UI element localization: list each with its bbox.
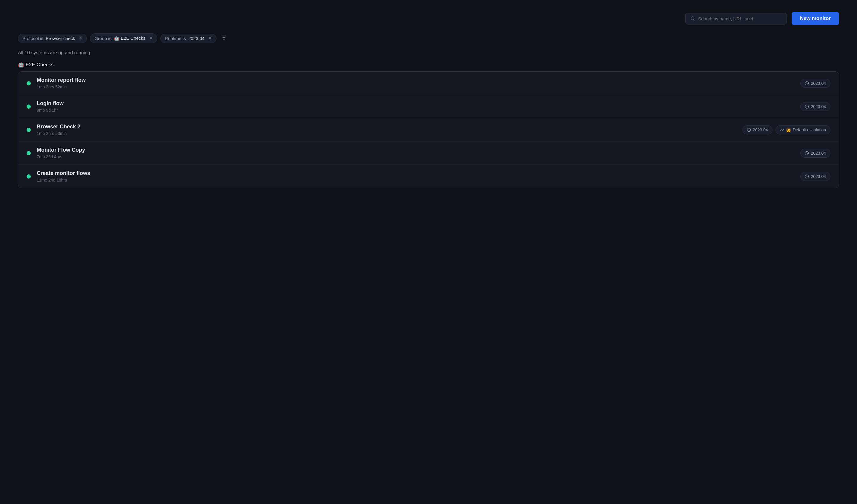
runtime-value: 2023.04	[811, 174, 826, 179]
escalation-icon	[780, 128, 784, 132]
status-message: All 10 systems are up and running	[18, 50, 839, 55]
monitor-name: Login flow	[37, 100, 64, 106]
filter-chip-label-group: Group is	[94, 36, 112, 41]
filter-chip-close-runtime[interactable]: ✕	[208, 36, 212, 40]
monitor-right: 2023.04	[800, 149, 830, 158]
monitor-info: Monitor Flow Copy 7mo 26d 4hrs	[37, 147, 85, 159]
monitor-name: Browser Check 2	[37, 123, 80, 130]
escalation-badge: 🧑 Default escalation	[775, 125, 830, 134]
runtime-icon	[805, 174, 809, 179]
runtime-icon	[805, 81, 809, 85]
monitor-row[interactable]: Monitor Flow Copy 7mo 26d 4hrs 2023.04	[18, 141, 839, 165]
top-bar: New monitor	[18, 12, 839, 25]
escalation-value: Default escalation	[793, 128, 826, 132]
runtime-icon	[747, 128, 751, 132]
filter-chip-runtime: Runtime is 2023.04 ✕	[161, 34, 217, 43]
filter-settings-icon[interactable]	[221, 34, 227, 43]
monitor-uptime: 7mo 26d 4hrs	[37, 154, 85, 159]
monitor-right: 2023.04 🧑 Default escalation	[742, 125, 830, 134]
runtime-value: 2023.04	[753, 128, 768, 132]
filter-chip-value-runtime: 2023.04	[188, 36, 204, 41]
monitor-uptime: 11mo 24d 18hrs	[37, 178, 90, 182]
filter-chip-close-group[interactable]: ✕	[149, 36, 153, 40]
status-dot	[27, 128, 31, 132]
monitor-info: Create monitor flows 11mo 24d 18hrs	[37, 170, 90, 182]
monitor-info: Browser Check 2 1mo 2hrs 53min	[37, 123, 80, 136]
monitor-name: Monitor Flow Copy	[37, 147, 85, 153]
monitor-info: Monitor report flow 1mo 2hrs 52min	[37, 77, 86, 89]
monitor-uptime: 1mo 2hrs 52min	[37, 84, 86, 89]
filter-chip-value-group: 🤖 E2E Checks	[114, 35, 146, 41]
filter-chip-label-runtime: Runtime is	[165, 36, 186, 41]
filter-bar: Protocol is Browser check ✕ Group is 🤖 E…	[18, 33, 839, 43]
search-icon	[690, 16, 695, 21]
monitor-left: Monitor report flow 1mo 2hrs 52min	[27, 77, 86, 89]
monitor-left: Monitor Flow Copy 7mo 26d 4hrs	[27, 147, 85, 159]
runtime-icon	[805, 151, 809, 155]
runtime-badge: 2023.04	[800, 102, 830, 111]
group-label: 🤖 E2E Checks	[18, 62, 839, 68]
monitor-right: 2023.04	[800, 172, 830, 181]
escalation-person-icon: 🧑	[786, 128, 791, 132]
status-dot	[27, 151, 31, 155]
runtime-badge: 2023.04	[800, 149, 830, 158]
runtime-icon	[805, 104, 809, 109]
monitor-row[interactable]: Login flow 9mo 9d 1hr 2023.04	[18, 95, 839, 118]
monitor-left: Create monitor flows 11mo 24d 18hrs	[27, 170, 90, 182]
new-monitor-button[interactable]: New monitor	[792, 12, 839, 25]
status-dot	[27, 81, 31, 85]
monitors-list: Monitor report flow 1mo 2hrs 52min 2023.…	[18, 71, 839, 188]
svg-line-1	[694, 19, 694, 20]
runtime-value: 2023.04	[811, 104, 826, 109]
runtime-value: 2023.04	[811, 81, 826, 86]
filter-chip-close-protocol[interactable]: ✕	[79, 36, 82, 40]
runtime-badge: 2023.04	[800, 172, 830, 181]
monitor-uptime: 1mo 2hrs 53min	[37, 131, 80, 136]
filter-chip-value-protocol: Browser check	[46, 36, 75, 41]
status-dot	[27, 104, 31, 109]
monitor-info: Login flow 9mo 9d 1hr	[37, 100, 64, 113]
monitor-left: Login flow 9mo 9d 1hr	[27, 100, 64, 113]
monitor-name: Create monitor flows	[37, 170, 90, 177]
filter-chip-label-protocol: Protocol is	[22, 36, 43, 41]
monitor-row[interactable]: Browser Check 2 1mo 2hrs 53min 2023.04 🧑	[18, 118, 839, 141]
monitor-left: Browser Check 2 1mo 2hrs 53min	[27, 123, 80, 136]
monitor-row[interactable]: Create monitor flows 11mo 24d 18hrs 2023…	[18, 165, 839, 188]
filter-chip-group: Group is 🤖 E2E Checks ✕	[90, 33, 157, 43]
status-dot	[27, 174, 31, 179]
runtime-value: 2023.04	[811, 151, 826, 155]
monitor-uptime: 9mo 9d 1hr	[37, 108, 64, 113]
monitor-right: 2023.04	[800, 79, 830, 88]
search-box[interactable]	[685, 13, 787, 24]
search-input[interactable]	[698, 16, 782, 21]
monitor-row[interactable]: Monitor report flow 1mo 2hrs 52min 2023.…	[18, 72, 839, 95]
monitor-name: Monitor report flow	[37, 77, 86, 83]
monitor-right: 2023.04	[800, 102, 830, 111]
runtime-badge: 2023.04	[800, 79, 830, 88]
filter-chip-protocol: Protocol is Browser check ✕	[18, 34, 87, 43]
runtime-badge: 2023.04	[742, 125, 773, 134]
